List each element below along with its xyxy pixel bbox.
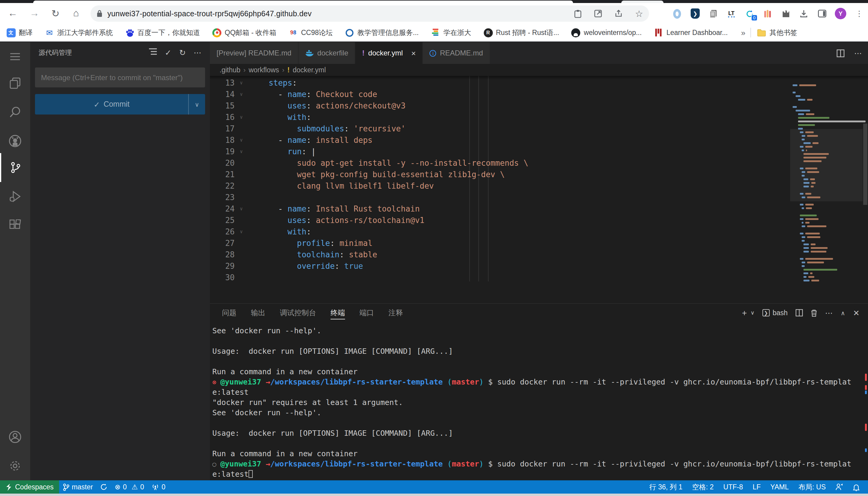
editor-tab[interactable]: [Preview] README.md bbox=[210, 42, 299, 64]
bookmark-item[interactable]: QQ邮箱 - 收件箱 bbox=[212, 28, 276, 37]
panel-more-actions-icon[interactable]: ⋯ bbox=[825, 308, 833, 317]
home-icon[interactable]: ⌂ bbox=[68, 5, 84, 21]
cursor-position[interactable]: 行 36, 列 1 bbox=[646, 480, 686, 494]
editor-tab[interactable]: !docker.yml× bbox=[356, 42, 423, 64]
language-mode[interactable]: YAML bbox=[767, 480, 792, 494]
open-in-new-icon[interactable] bbox=[593, 9, 603, 19]
fold-chevron-icon[interactable]: ∨ bbox=[237, 146, 246, 157]
encoding-setting[interactable]: UTF-8 bbox=[720, 480, 746, 494]
problems-indicator[interactable]: ⊗ 0 ⚠ 0 bbox=[111, 480, 148, 494]
fold-chevron-icon[interactable]: ∨ bbox=[237, 89, 246, 100]
terminal[interactable]: See 'docker run --help'. Usage: docker r… bbox=[210, 322, 868, 481]
panel-tab[interactable]: 调试控制台 bbox=[280, 304, 316, 322]
bookmark-item[interactable]: ✉浙江大学邮件系统 bbox=[45, 28, 113, 37]
indentation-setting[interactable]: 空格: 2 bbox=[689, 480, 718, 494]
extension-oval-icon[interactable] bbox=[672, 9, 682, 19]
view-as-tree-icon[interactable] bbox=[149, 48, 157, 57]
clipboard-icon[interactable] bbox=[572, 9, 583, 19]
keyboard-layout[interactable]: 布局: US bbox=[795, 480, 829, 494]
split-terminal-icon[interactable] bbox=[796, 309, 803, 316]
bookmark-item[interactable]: 教学管理信息服务... bbox=[345, 28, 419, 37]
breadcrumb-segment[interactable]: workflows bbox=[249, 66, 279, 74]
extension-sync-icon[interactable]: 0 bbox=[744, 9, 754, 19]
remote-indicator[interactable]: Codespaces bbox=[0, 480, 59, 494]
fold-chevron-icon[interactable]: ∨ bbox=[237, 111, 246, 123]
terminal-shell-icon[interactable]: ❯ bbox=[762, 309, 770, 316]
address-bar[interactable]: yunwei37-potential-space-trout-rpr5qwj66… bbox=[90, 5, 649, 22]
notifications-bell-icon[interactable] bbox=[849, 480, 863, 494]
extensions-puzzle-icon[interactable] bbox=[780, 9, 791, 19]
ports-indicator[interactable]: 0 bbox=[148, 480, 169, 494]
code-editor[interactable]: 13∨ steps:14∨ - name: Checkout code15 us… bbox=[210, 76, 868, 281]
minimap-slider[interactable] bbox=[790, 129, 863, 201]
split-editor-icon[interactable] bbox=[837, 49, 844, 57]
bookmark-star-icon[interactable]: ☆ bbox=[634, 9, 644, 19]
bookmark-item[interactable]: RRust 招聘 - Rust语... bbox=[483, 28, 559, 37]
commit-check-icon[interactable]: ✓ bbox=[165, 48, 171, 57]
bookmark-item[interactable]: Learner Dashboar... bbox=[654, 28, 728, 37]
editor-tab[interactable]: iREADME.md bbox=[423, 42, 490, 64]
menu-icon[interactable] bbox=[0, 42, 30, 71]
bookmarks-overflow-chevron[interactable]: » bbox=[741, 28, 745, 37]
side-panel-icon[interactable] bbox=[817, 9, 827, 19]
terminal-line: e:latest bbox=[212, 387, 868, 397]
explorer-icon[interactable] bbox=[0, 69, 30, 98]
panel-tab[interactable]: 问题 bbox=[222, 304, 237, 322]
extensions-icon[interactable] bbox=[0, 211, 30, 240]
github-icon[interactable] bbox=[0, 127, 30, 155]
extension-languagetool-icon[interactable]: LT bbox=[726, 9, 736, 19]
panel-tab[interactable]: 注释 bbox=[388, 304, 403, 322]
feedback-icon[interactable] bbox=[832, 480, 847, 494]
extension-shield-icon[interactable]: ❯ bbox=[690, 9, 700, 19]
close-tab-icon[interactable]: × bbox=[411, 48, 416, 58]
maximize-panel-icon[interactable]: ∧ bbox=[841, 309, 845, 316]
bookmark-item[interactable]: 百度一下，你就知道 bbox=[125, 28, 200, 37]
commit-message-input[interactable] bbox=[35, 67, 205, 88]
panel-tab[interactable]: 端口 bbox=[359, 304, 374, 322]
settings-gear-icon[interactable] bbox=[0, 451, 30, 480]
editor-tab[interactable]: dockerfile bbox=[299, 42, 356, 64]
browser-profile-avatar[interactable]: Y bbox=[835, 8, 846, 19]
bookmark-item[interactable]: 98CC98论坛 bbox=[288, 28, 333, 37]
panel-tab[interactable]: 终端 bbox=[331, 304, 345, 322]
commit-button[interactable]: ✓ Commit ∨ bbox=[35, 94, 205, 114]
branch-indicator[interactable]: master bbox=[59, 480, 96, 494]
terminal-dropdown-chevron[interactable]: ∨ bbox=[750, 310, 754, 316]
breadcrumb-segment[interactable]: docker.yml bbox=[293, 66, 326, 74]
breadcrumb-segment[interactable]: .github bbox=[220, 66, 240, 74]
editor-more-actions-icon[interactable]: ⋯ bbox=[854, 48, 862, 58]
breadcrumb[interactable]: .github › workflows › ! docker.yml bbox=[210, 64, 868, 76]
forward-icon[interactable]: → bbox=[27, 5, 42, 21]
panel-tab[interactable]: 输出 bbox=[251, 304, 265, 322]
eol-setting[interactable]: LF bbox=[749, 480, 764, 494]
reload-icon[interactable]: ↻ bbox=[48, 5, 63, 21]
kill-terminal-icon[interactable] bbox=[811, 309, 817, 317]
source-control-icon[interactable] bbox=[0, 153, 30, 182]
new-terminal-icon[interactable]: + bbox=[742, 308, 747, 317]
minimap[interactable] bbox=[790, 76, 863, 281]
other-bookmarks[interactable]: 其他书签 bbox=[757, 28, 797, 37]
fold-chevron-icon[interactable]: ∨ bbox=[237, 135, 246, 146]
back-icon[interactable]: ← bbox=[5, 5, 20, 21]
editor-scrollbar-thumb[interactable] bbox=[863, 124, 867, 205]
search-icon[interactable] bbox=[0, 98, 30, 127]
bookmark-item[interactable]: weloveinterns/op... bbox=[571, 28, 642, 37]
browser-menu-icon[interactable]: ⋮ bbox=[854, 9, 864, 19]
bookmark-item[interactable]: 学在浙大 bbox=[431, 28, 471, 37]
editor-scrollbar[interactable] bbox=[863, 76, 868, 281]
extension-pages-icon[interactable] bbox=[708, 9, 718, 19]
terminal-shell-label[interactable]: bash bbox=[773, 309, 788, 316]
scm-more-actions-icon[interactable]: ⋯ bbox=[194, 48, 201, 57]
bookmark-item[interactable]: 文翻译 bbox=[6, 28, 33, 37]
sync-changes-button[interactable] bbox=[96, 480, 111, 494]
run-debug-icon[interactable] bbox=[0, 182, 30, 211]
downloads-icon[interactable] bbox=[799, 9, 809, 19]
account-icon[interactable] bbox=[0, 422, 30, 451]
close-panel-icon[interactable]: ✕ bbox=[853, 308, 859, 317]
refresh-icon[interactable]: ↻ bbox=[179, 48, 186, 57]
fold-chevron-icon[interactable]: ∨ bbox=[237, 203, 246, 215]
commit-dropdown-chevron[interactable]: ∨ bbox=[188, 94, 205, 114]
fold-chevron-icon[interactable]: ∨ bbox=[237, 226, 246, 237]
share-icon[interactable] bbox=[613, 9, 624, 19]
extension-crayons-icon[interactable] bbox=[762, 9, 773, 19]
